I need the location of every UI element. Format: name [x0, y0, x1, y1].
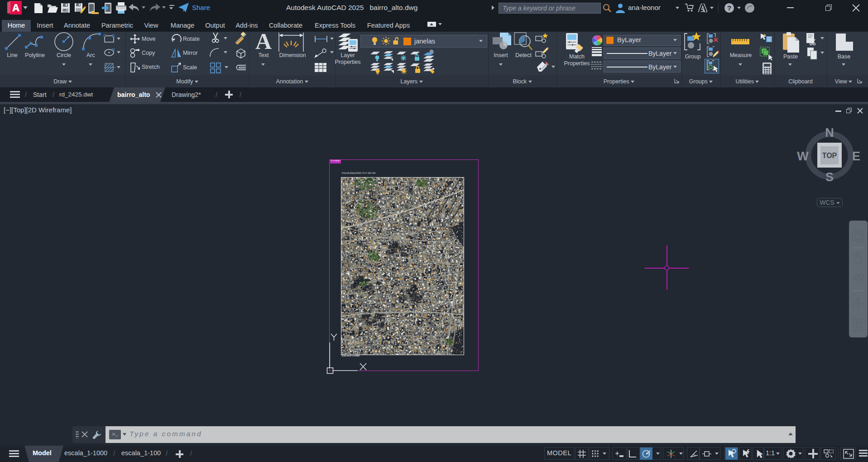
svg-text:N: N: [825, 128, 834, 140]
svg-text:TOP: TOP: [822, 152, 837, 159]
svg-text:E: E: [852, 149, 860, 163]
svg-text:S: S: [825, 170, 834, 183]
svg-text:W: W: [797, 149, 809, 163]
